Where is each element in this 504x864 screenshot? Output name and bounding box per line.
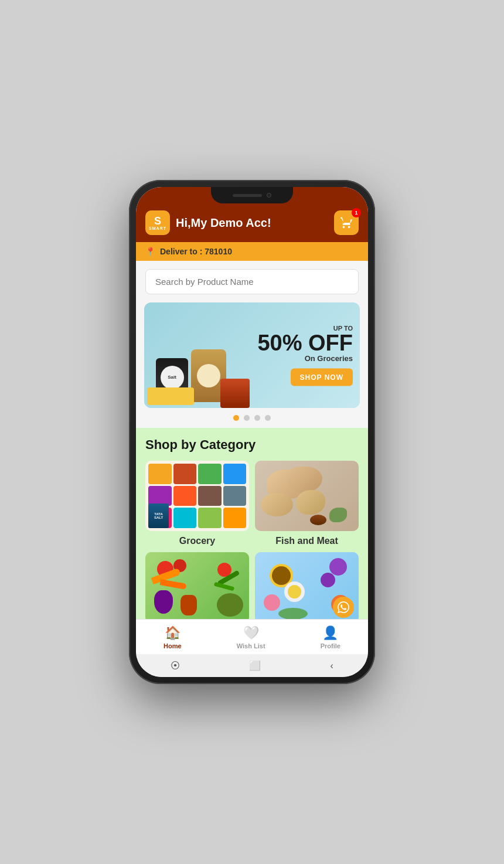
category-item-flowers[interactable]: Flowers [255,552,359,619]
app-logo: S SMART [145,210,170,235]
grocery-art: TATASALT [145,461,249,531]
logo-letter: S [154,216,161,226]
nav-profile[interactable]: 👤 Profile [321,625,340,649]
logo-text: SMART [149,226,166,230]
dot-3[interactable] [254,415,260,421]
camera [267,193,271,198]
dot-4[interactable] [265,415,271,421]
banner-offer-text: UP TO 50% OFF On Groceries SHOP NOW [257,325,353,386]
veg-art [145,552,249,619]
category-image-grocery: TATASALT [145,461,249,531]
nav-profile-label: Profile [321,642,340,649]
discount-value: 50% [257,331,302,355]
cart-button[interactable]: 1 [334,210,359,235]
cart-badge: 1 [352,208,361,217]
category-item-fish-meat[interactable]: Fish and Meat [255,461,359,546]
category-label-fish-meat: Fish and Meat [275,536,338,546]
category-item-vegetables[interactable]: Vegetables [145,552,249,619]
on-groceries-text: On Groceries [257,354,353,363]
speaker [233,194,262,197]
android-back-btn[interactable]: ‹ [331,661,333,671]
home-icon: 🏠 [165,625,181,641]
nav-wishlist[interactable]: 🤍 Wish List [237,625,265,649]
greeting-text: Hi,My Demo Acc! [176,216,271,230]
flower-art [255,552,359,619]
nav-home-label: Home [164,642,182,649]
heart-icon: 🤍 [243,625,259,641]
location-icon: 📍 [145,247,155,256]
header: S SMART Hi,My Demo Acc! 1 [136,206,368,242]
search-input[interactable] [145,269,359,294]
android-home-btn[interactable]: ⬜ [249,660,261,671]
banner-dots [136,408,368,428]
dot-2[interactable] [244,415,250,421]
search-container [136,261,368,302]
whatsapp-button[interactable] [333,597,354,618]
off-text: OFF [308,331,353,355]
yellow-container [147,387,194,405]
category-image-fish-meat [255,461,359,531]
bottom-navigation: 🏠 Home 🤍 Wish List 👤 Profile [136,619,368,654]
nav-home[interactable]: 🏠 Home [164,625,182,649]
category-section: Shop by Category [136,428,368,619]
fish-art [255,461,359,531]
category-item-grocery[interactable]: TATASALT Grocery [145,461,249,546]
android-nav-bar: ⦿ ⬜ ‹ [136,654,368,677]
discount-text: 50% OFF [257,332,353,354]
cart-icon [340,216,353,229]
category-image-flowers [255,552,359,619]
profile-icon: 👤 [322,625,338,641]
nav-wishlist-label: Wish List [237,642,265,649]
delivery-bar: 📍 Deliver to : 781010 [136,242,368,261]
masala-product [220,379,250,408]
content-area: Salt UP TO 50% [136,261,368,619]
category-grid: TATASALT Grocery [145,461,359,619]
banner-product-images: Salt [144,314,273,408]
shop-now-button[interactable]: SHOP NOW [291,369,353,386]
category-image-vegetables [145,552,249,619]
header-left: S SMART Hi,My Demo Acc! [145,210,271,235]
android-menu-btn[interactable]: ⦿ [171,661,180,671]
dot-1[interactable] [233,415,239,421]
category-label-grocery: Grocery [179,536,215,546]
promo-banner[interactable]: Salt UP TO 50% [144,302,360,408]
notch [211,187,293,203]
delivery-text: Deliver to : 781010 [160,247,232,256]
section-title: Shop by Category [145,437,359,453]
